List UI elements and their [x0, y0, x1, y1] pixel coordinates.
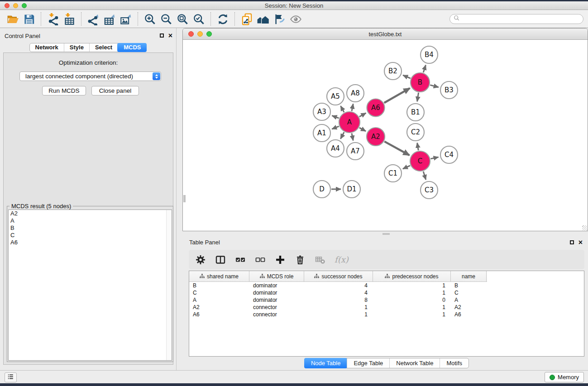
- edge-B-B1[interactable]: [417, 93, 419, 102]
- edge-A2-C[interactable]: [384, 142, 409, 155]
- result-scrollbar[interactable]: [166, 210, 172, 360]
- mcds-result-list[interactable]: A2ABCA6: [8, 210, 172, 361]
- graph-node-B1[interactable]: B1: [407, 104, 424, 121]
- tab-mcds[interactable]: MCDS: [117, 43, 147, 52]
- network-vertical-scroll-thumb[interactable]: [183, 195, 186, 202]
- tab-select[interactable]: Select: [89, 43, 118, 52]
- graph-node-A[interactable]: A: [339, 112, 360, 133]
- tab-node-table[interactable]: Node Table: [304, 358, 348, 368]
- mcds-result-item[interactable]: A2: [9, 210, 172, 217]
- network-window-titlebar[interactable]: testGlobe.txt: [183, 29, 588, 40]
- edge-C-C3[interactable]: [423, 172, 426, 180]
- minimize-network-button[interactable]: [197, 31, 203, 37]
- column-header-shared-name[interactable]: shared name: [189, 271, 249, 281]
- graph-node-C3[interactable]: C3: [421, 181, 438, 199]
- export-network-icon[interactable]: [85, 12, 101, 26]
- edge-A6-B[interactable]: [384, 88, 410, 103]
- open-session-icon[interactable]: [5, 12, 21, 26]
- delete-column-icon[interactable]: [294, 253, 306, 266]
- graph-node-C4[interactable]: C4: [440, 146, 458, 163]
- table-cell[interactable]: connector: [249, 304, 304, 310]
- mcds-result-item[interactable]: A: [9, 217, 172, 224]
- column-header-successor-nodes[interactable]: successor nodes: [304, 271, 373, 281]
- zoom-in-icon[interactable]: [142, 12, 158, 26]
- float-panel-icon[interactable]: [160, 33, 164, 38]
- split-panel-icon[interactable]: [214, 253, 227, 266]
- edge-B-B3[interactable]: [430, 85, 439, 87]
- table-cell[interactable]: A: [451, 297, 487, 303]
- table-row[interactable]: Bdominator41B: [189, 282, 584, 289]
- zoom-out-icon[interactable]: [158, 12, 174, 26]
- table-cell[interactable]: A: [189, 297, 249, 303]
- import-table-icon[interactable]: [61, 12, 77, 26]
- table-cell[interactable]: C: [451, 290, 487, 296]
- graph-node-A3[interactable]: A3: [313, 103, 330, 120]
- edge-A-A3[interactable]: [332, 116, 339, 119]
- mcds-result-item[interactable]: B: [9, 224, 172, 232]
- zoom-network-button[interactable]: [206, 31, 212, 37]
- graph-node-A8[interactable]: A8: [347, 85, 364, 102]
- close-window-button[interactable]: [5, 3, 10, 8]
- float-table-panel-icon[interactable]: [570, 240, 574, 244]
- status-list-button[interactable]: [5, 372, 17, 382]
- close-panel-button[interactable]: Close panel: [91, 86, 139, 95]
- graphics-details-icon[interactable]: [271, 12, 287, 26]
- edge-A-A1[interactable]: [332, 126, 339, 129]
- edge-B-B4[interactable]: [423, 65, 425, 72]
- table-row[interactable]: Cdominator41C: [189, 289, 584, 296]
- graph-node-A4[interactable]: A4: [327, 140, 344, 157]
- run-mcds-button[interactable]: Run MCDS: [42, 86, 86, 95]
- export-image-icon[interactable]: [118, 12, 134, 26]
- column-header-name[interactable]: name: [451, 271, 487, 281]
- table-cell[interactable]: 4: [304, 282, 373, 289]
- graph-node-A2[interactable]: A2: [367, 128, 385, 146]
- edge-A-A6[interactable]: [359, 113, 366, 117]
- edge-A-A8[interactable]: [352, 104, 353, 111]
- tab-edge-table[interactable]: Edge Table: [347, 358, 389, 368]
- mcds-result-item[interactable]: C: [9, 232, 172, 239]
- edge-C-C4[interactable]: [430, 157, 438, 159]
- graph-node-A5[interactable]: A5: [327, 88, 344, 105]
- criterion-select[interactable]: largest connected component (directed): [19, 71, 161, 81]
- search-box[interactable]: [449, 14, 583, 24]
- graph-node-A1[interactable]: A1: [313, 124, 330, 142]
- table-cell[interactable]: A2: [451, 304, 487, 310]
- home-icon[interactable]: [255, 12, 271, 26]
- apply-layout-icon[interactable]: [215, 12, 231, 26]
- edge-A-A7[interactable]: [352, 133, 353, 141]
- zoom-window-button[interactable]: [22, 3, 27, 8]
- table-cell[interactable]: A6: [189, 311, 249, 318]
- graph-node-A7[interactable]: A7: [347, 143, 364, 160]
- table-row[interactable]: A2connector11A2: [189, 304, 584, 311]
- table-cell[interactable]: dominator: [249, 290, 304, 296]
- table-cell[interactable]: dominator: [249, 282, 304, 289]
- table-cell[interactable]: connector: [249, 311, 304, 318]
- column-header-predecessor-nodes[interactable]: predecessor nodes: [373, 271, 451, 281]
- edge-C-C2[interactable]: [417, 143, 419, 151]
- graph-node-D1[interactable]: D1: [343, 181, 360, 198]
- graph-node-D[interactable]: D: [313, 181, 330, 198]
- table-cell[interactable]: 1: [304, 304, 373, 310]
- memory-button[interactable]: Memory: [545, 372, 584, 382]
- close-network-button[interactable]: [188, 31, 194, 37]
- edge-A-A5[interactable]: [341, 106, 344, 112]
- edge-A-A4[interactable]: [340, 132, 344, 139]
- column-header-MCDS-role[interactable]: MCDS role: [249, 271, 304, 281]
- mcds-result-item[interactable]: A6: [9, 239, 172, 246]
- export-table-icon[interactable]: [101, 12, 118, 26]
- table-cell[interactable]: 0: [373, 297, 451, 303]
- table-cell[interactable]: 1: [373, 290, 451, 296]
- network-canvas[interactable]: AA1A2A3A4A5A6A7A8BB1B2B3B4CC1C2C3C4DD1: [183, 40, 588, 231]
- edge-C-C1[interactable]: [403, 166, 410, 169]
- select-all-icon[interactable]: [234, 253, 247, 266]
- zoom-selected-icon[interactable]: [191, 12, 207, 26]
- table-cell[interactable]: 1: [304, 311, 373, 318]
- graph-node-B4[interactable]: B4: [421, 46, 438, 63]
- import-network-icon[interactable]: [45, 12, 61, 26]
- minimize-window-button[interactable]: [13, 3, 18, 8]
- table-cell[interactable]: 8: [304, 297, 373, 303]
- table-cell[interactable]: B: [189, 282, 249, 289]
- graph-node-C1[interactable]: C1: [384, 165, 402, 182]
- close-table-panel-icon[interactable]: ×: [578, 239, 583, 246]
- save-session-icon[interactable]: [21, 12, 37, 26]
